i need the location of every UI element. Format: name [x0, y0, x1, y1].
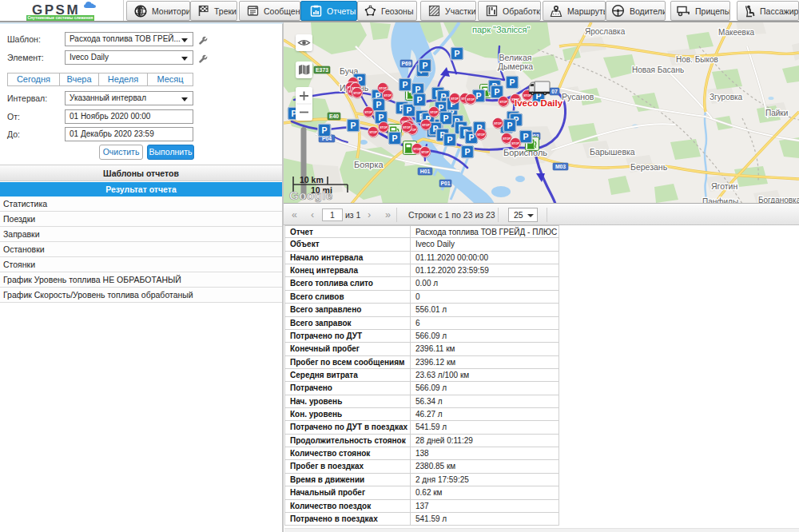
- svg-text:P: P: [415, 85, 420, 94]
- svg-text:STOP: STOP: [384, 94, 392, 97]
- svg-text:E40: E40: [329, 113, 339, 119]
- svg-text:Iveco Daily: Iveco Daily: [515, 98, 563, 108]
- svg-text:P: P: [454, 49, 459, 58]
- svg-text:P: P: [443, 113, 448, 123]
- svg-text:Барышевка: Барышевка: [590, 147, 635, 157]
- svg-text:Ярославка: Ярославка: [585, 27, 626, 36]
- svg-text:P: P: [378, 113, 384, 122]
- svg-text:P: P: [475, 91, 481, 101]
- svg-text:STOP: STOP: [511, 142, 519, 145]
- svg-text:P: P: [406, 105, 411, 115]
- svg-text:STOP: STOP: [380, 126, 388, 129]
- svg-text:STOP: STOP: [421, 151, 429, 154]
- svg-text:STOP: STOP: [379, 87, 387, 90]
- svg-text:P: P: [392, 133, 397, 143]
- svg-text:STOP: STOP: [369, 131, 377, 134]
- svg-text:P: P: [494, 87, 499, 97]
- svg-text:P: P: [376, 100, 381, 109]
- svg-text:P: P: [416, 95, 422, 105]
- svg-text:М03: М03: [555, 164, 566, 169]
- svg-text:P: P: [422, 61, 427, 70]
- svg-text:P: P: [523, 132, 528, 141]
- svg-text:STOP: STOP: [499, 101, 507, 104]
- svg-text:Березань: Березань: [630, 162, 668, 172]
- svg-text:P: P: [447, 135, 452, 145]
- svg-text:STOP: STOP: [451, 97, 459, 101]
- svg-text:STOP: STOP: [494, 122, 502, 125]
- svg-text:P: P: [402, 80, 407, 89]
- svg-text:STOP: STOP: [467, 98, 475, 101]
- svg-text:STOP: STOP: [403, 126, 411, 129]
- svg-text:E373: E373: [316, 67, 328, 73]
- svg-text:STOP: STOP: [422, 124, 430, 127]
- svg-text:Пайки: Пайки: [765, 109, 788, 117]
- svg-text:10 km: 10 km: [300, 175, 324, 185]
- svg-text:Боярка: Боярка: [354, 160, 384, 169]
- svg-text:Р69: Р69: [401, 61, 411, 66]
- svg-text:STOP: STOP: [503, 137, 511, 141]
- svg-text:Панфилы: Панфилы: [702, 197, 738, 204]
- svg-text:Google: Google: [289, 189, 333, 202]
- svg-text:STOP: STOP: [523, 94, 531, 97]
- svg-text:Макеевка: Макеевка: [718, 28, 755, 37]
- svg-text:P: P: [509, 77, 515, 87]
- svg-text:Яготин: Яготин: [711, 181, 737, 191]
- svg-text:Русанов: Русанов: [562, 92, 594, 101]
- svg-text:Згуровка: Згуровка: [710, 93, 743, 101]
- svg-text:P: P: [321, 125, 327, 135]
- svg-text:P: P: [350, 121, 356, 130]
- svg-text:Нов. Быков: Нов. Быков: [676, 55, 718, 64]
- svg-text:STOP: STOP: [477, 133, 485, 137]
- svg-text:STOP: STOP: [430, 111, 438, 114]
- svg-text:P: P: [464, 147, 470, 157]
- svg-text:Богдановка: Богдановка: [758, 196, 799, 204]
- svg-text:парк "Залісся": парк "Залісся": [472, 25, 531, 34]
- svg-text:STOP: STOP: [364, 111, 372, 114]
- svg-text:07: 07: [551, 89, 558, 94]
- svg-text:Дымерка: Дымерка: [498, 62, 533, 71]
- svg-text:Новая Басань: Новая Басань: [632, 66, 684, 74]
- svg-text:STOP: STOP: [353, 92, 361, 95]
- svg-text:Н01: Н01: [420, 169, 431, 174]
- svg-text:P: P: [507, 121, 512, 130]
- svg-text:Р01: Р01: [440, 181, 450, 186]
